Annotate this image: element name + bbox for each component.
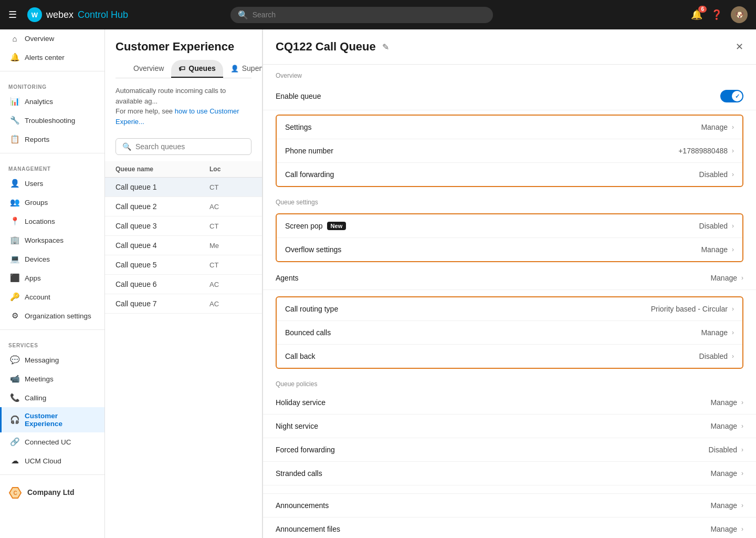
search-input[interactable] [253, 11, 486, 19]
call-routing-bordered-section: Call routing type Priority based - Circu… [276, 296, 743, 369]
queue-name-2: Call queue 2 [116, 202, 209, 211]
bounced-calls-chevron-icon: › [732, 329, 734, 336]
announcement-files-chevron-icon: › [741, 525, 743, 533]
sidebar-item-locations[interactable]: 📍 Locations [0, 212, 104, 231]
queue-loc-5: CT [209, 261, 251, 269]
close-icon[interactable]: ✕ [736, 41, 743, 53]
call-forwarding-row[interactable]: Call forwarding Disabled › [277, 163, 742, 186]
sidebar-item-calling[interactable]: 📞 Calling [0, 388, 104, 407]
svg-text:C: C [13, 490, 17, 496]
user-avatar[interactable]: 🐶 [731, 6, 748, 23]
queue-row-3[interactable]: Call queue 3 CT [105, 216, 262, 236]
device-icon: 💻 [10, 254, 19, 264]
search-queues-input[interactable] [135, 142, 245, 151]
sidebar-item-connected-uc[interactable]: 🔗 Connected UC [0, 432, 104, 451]
sidebar-item-label: Meetings [25, 375, 54, 383]
night-service-row[interactable]: Night service Manage › [263, 415, 756, 438]
sidebar: ⌂ Overview 🔔 Alerts center MONITORING 📊 … [0, 0, 105, 538]
phone-icon: 📞 [10, 393, 19, 402]
queue-name-7: Call queue 7 [116, 299, 209, 308]
forced-forwarding-chevron-icon: › [741, 446, 743, 453]
holiday-chevron-icon: › [741, 399, 743, 406]
queue-loc-7: AC [209, 300, 251, 308]
night-service-label: Night service [276, 422, 318, 430]
call-routing-row[interactable]: Call routing type Priority based - Circu… [277, 297, 742, 321]
forced-forwarding-row[interactable]: Forced forwarding Disabled › [263, 438, 756, 462]
enable-queue-row: Enable queue ✓ [263, 82, 756, 110]
bounced-calls-row[interactable]: Bounced calls Manage › [277, 321, 742, 345]
edit-icon[interactable]: ✎ [382, 42, 389, 52]
queue-row-4[interactable]: Call queue 4 Me [105, 236, 262, 255]
overflow-settings-row[interactable]: Overflow settings Manage › [277, 238, 742, 261]
cx-tabs: Overview 🏷 Queues 👤 Supervis... [116, 60, 251, 78]
sidebar-item-alerts-center[interactable]: 🔔 Alerts center [0, 48, 104, 67]
queue-row-5[interactable]: Call queue 5 CT [105, 255, 262, 275]
notifications-button[interactable]: 🔔 6 [691, 9, 702, 20]
sidebar-item-apps[interactable]: ⬛ Apps [0, 268, 104, 287]
stranded-calls-chevron-icon: › [741, 470, 743, 477]
sidebar-item-org-settings[interactable]: ⚙ Organization settings [0, 306, 104, 325]
queue-row-1[interactable]: Call queue 1 CT [105, 178, 262, 197]
settings-label: Settings [285, 123, 312, 131]
sidebar-item-label: Apps [25, 274, 41, 282]
supervisor-tab-icon: 👤 [230, 65, 239, 73]
enable-queue-toggle[interactable]: ✓ [720, 90, 743, 102]
call-routing-label: Call routing type [285, 305, 338, 313]
tab-supervisor[interactable]: 👤 Supervis... [223, 60, 262, 78]
queue-name-1: Call queue 1 [116, 183, 209, 191]
help-link[interactable]: how to use Customer Experie... [116, 107, 239, 126]
announcement-files-row[interactable]: Announcement files Manage › [263, 518, 756, 538]
tab-queues[interactable]: 🏷 Queues [171, 60, 223, 78]
sidebar-item-troubleshooting[interactable]: 🔧 Troubleshooting [0, 111, 104, 130]
queue-row-6[interactable]: Call queue 6 AC [105, 275, 262, 294]
sidebar-item-devices[interactable]: 💻 Devices [0, 250, 104, 268]
sidebar-item-users[interactable]: 👤 Users [0, 174, 104, 193]
queue-loc-6: AC [209, 281, 251, 288]
cx-queue-list: Call queue 1 CT Call queue 2 AC Call que… [105, 178, 262, 538]
sidebar-item-label: UCM Cloud [25, 457, 61, 465]
search-bar[interactable]: 🔍 [230, 7, 493, 23]
search-icon: 🔍 [238, 10, 248, 20]
sidebar-item-messaging[interactable]: 💬 Messaging [0, 350, 104, 369]
detail-panel: CQ122 Call Queue ✎ ✕ Overview Enable que… [262, 29, 756, 538]
company-footer: C Company Ltd [0, 479, 104, 505]
queue-name-3: Call queue 3 [116, 222, 209, 230]
screen-pop-label: Screen pop New [285, 222, 346, 230]
screen-pop-value: Disabled › [699, 222, 734, 230]
hamburger-menu-icon[interactable]: ☰ [8, 9, 17, 20]
announcements-row[interactable]: Announcements Manage › [263, 494, 756, 518]
call-forwarding-value: Disabled › [699, 170, 734, 179]
management-section-label: MANAGEMENT [0, 158, 104, 174]
phone-number-row[interactable]: Phone number +17889880488 › [277, 139, 742, 163]
sidebar-item-groups[interactable]: 👥 Groups [0, 193, 104, 212]
sidebar-item-analytics[interactable]: 📊 Analytics [0, 92, 104, 111]
sidebar-item-ucm-cloud[interactable]: ☁ UCM Cloud [0, 451, 104, 470]
location-col-header: Loc [209, 165, 251, 173]
overflow-chevron-icon: › [732, 246, 734, 253]
sidebar-item-reports[interactable]: 📋 Reports [0, 130, 104, 149]
screen-pop-row[interactable]: Screen pop New Disabled › [277, 214, 742, 238]
video-icon: 📹 [10, 374, 19, 384]
queue-row-7[interactable]: Call queue 7 AC [105, 294, 262, 314]
call-back-row[interactable]: Call back Disabled › [277, 345, 742, 368]
settings-icon: ⚙ [10, 311, 19, 320]
sidebar-item-label: Workspaces [25, 236, 64, 244]
sidebar-item-meetings[interactable]: 📹 Meetings [0, 369, 104, 388]
tab-overview[interactable]: Overview [126, 60, 171, 78]
agents-row[interactable]: Agents Manage › [263, 266, 756, 290]
settings-row[interactable]: Settings Manage › [277, 116, 742, 139]
sidebar-item-account[interactable]: 🔑 Account [0, 287, 104, 306]
sidebar-item-workspaces[interactable]: 🏢 Workspaces [0, 231, 104, 250]
queue-row-2[interactable]: Call queue 2 AC [105, 197, 262, 216]
holiday-service-row[interactable]: Holiday service Manage › [263, 391, 756, 415]
user-icon: 👤 [10, 179, 19, 188]
bell-icon: 🔔 [10, 53, 19, 62]
overflow-settings-value: Manage › [701, 245, 734, 254]
sidebar-item-customer-experience[interactable]: 🎧 Customer Experience [0, 407, 104, 432]
sidebar-item-overview[interactable]: ⌂ Overview [0, 29, 104, 48]
cx-search-bar[interactable]: 🔍 [116, 138, 251, 155]
stranded-calls-row[interactable]: Stranded calls Manage › [263, 462, 756, 485]
workspace-icon: 🏢 [10, 235, 19, 245]
notification-badge: 6 [698, 6, 707, 13]
help-button[interactable]: ❓ [711, 9, 722, 20]
